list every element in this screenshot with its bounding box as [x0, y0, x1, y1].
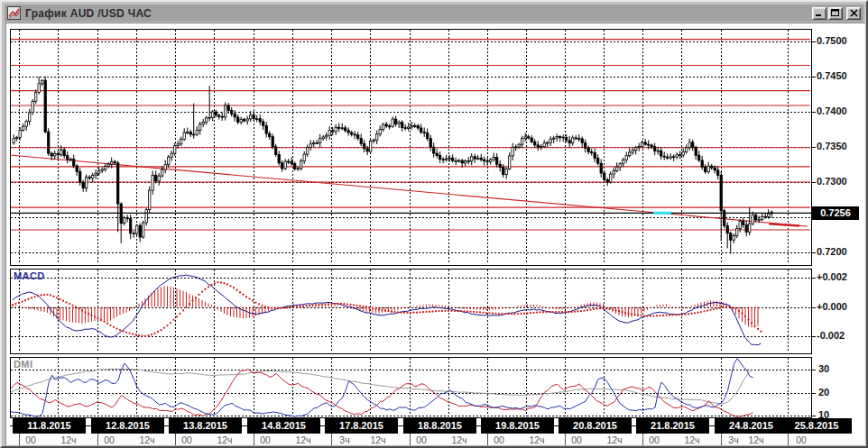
macd-signal-dot: [694, 312, 696, 314]
candlestick: [707, 161, 709, 173]
candlestick: [572, 135, 574, 145]
candlestick: [284, 159, 286, 169]
time-tick-label: 12ч: [211, 434, 238, 445]
candlestick: [543, 140, 545, 148]
candlestick: [189, 130, 191, 137]
candlestick: [180, 137, 182, 146]
candlestick: [682, 149, 684, 158]
macd-signal-dot: [435, 310, 437, 312]
macd-signal-dot: [741, 312, 743, 314]
macd-signal-dot: [226, 283, 228, 285]
macd-axis-label: +0.000: [817, 301, 847, 313]
candlestick: [133, 231, 134, 238]
candlestick: [136, 224, 138, 235]
macd-signal-dot: [501, 313, 503, 315]
time-tick-label: 00: [485, 434, 512, 445]
candlestick: [420, 123, 422, 133]
macd-signal-dot: [62, 300, 64, 302]
macd-signal-dot: [558, 311, 559, 313]
app-window: График AUD /USD ЧАС MACD DMI 0.7256 0.75…: [0, 0, 868, 448]
candlestick: [429, 135, 431, 151]
macd-signal-dot: [469, 311, 471, 313]
macd-signal-dot: [163, 327, 165, 329]
candlestick: [606, 178, 608, 186]
candlestick: [48, 128, 50, 156]
candlestick: [231, 107, 233, 116]
candlestick: [117, 161, 119, 233]
macd-signal-dot: [280, 307, 282, 309]
macd-signal-dot: [258, 303, 260, 305]
candlestick: [300, 159, 302, 171]
candlestick: [212, 110, 214, 121]
macd-signal-dot: [412, 312, 414, 314]
macd-signal-dot: [176, 315, 178, 317]
candlestick: [13, 134, 14, 144]
macd-signal-dot: [324, 303, 326, 305]
candlestick: [124, 215, 125, 225]
macd-signal-dot: [208, 286, 209, 288]
macd-signal-dot: [109, 325, 111, 326]
macd-signal-dot: [334, 303, 336, 305]
macd-signal-dot: [46, 294, 48, 296]
time-tick-label: 12ч: [446, 434, 473, 445]
macd-signal-dot: [662, 315, 664, 316]
macd-signal-dot: [122, 330, 124, 332]
macd-signal-dot: [688, 313, 689, 315]
macd-signal-dot: [69, 303, 70, 305]
candlestick: [389, 123, 391, 129]
candlestick: [275, 144, 277, 157]
candlestick: [183, 128, 185, 141]
macd-signal-dot: [551, 311, 553, 313]
candlestick: [477, 155, 479, 160]
time-tick-label: 12ч: [679, 434, 706, 445]
macd-signal-dot: [372, 307, 374, 309]
candlestick: [360, 134, 362, 147]
macd-signal-dot: [305, 305, 307, 306]
price-axis-label: 0.7500: [817, 35, 847, 47]
macd-signal-dot: [328, 303, 329, 305]
macd-signal-dot: [479, 311, 481, 313]
macd-signal-dot: [523, 313, 525, 315]
candlestick: [701, 156, 703, 170]
macd-signal-dot: [757, 328, 759, 330]
candlestick: [688, 139, 690, 151]
time-tick-label: 00: [408, 434, 435, 445]
macd-signal-dot: [457, 310, 458, 312]
candlestick: [303, 151, 305, 164]
dmi-axis-label: 30: [818, 363, 829, 375]
candlestick: [244, 118, 245, 123]
macd-signal-dot: [12, 304, 14, 306]
macd-signal-dot: [153, 333, 155, 334]
macd-signal-dot: [299, 306, 300, 307]
macd-signal-dot: [365, 306, 367, 307]
date-label: 24.8.2015: [715, 418, 788, 434]
macd-signal-dot: [614, 309, 616, 311]
candlestick: [423, 127, 425, 137]
macd-signal-dot: [589, 309, 591, 311]
candlestick: [458, 159, 460, 162]
macd-signal-dot: [744, 315, 746, 317]
date-label: 19.8.2015: [481, 418, 554, 434]
macd-signal-dot: [309, 305, 310, 306]
plus-di-line: [11, 359, 753, 416]
macd-signal-dot: [217, 281, 218, 283]
candlestick: [644, 139, 646, 146]
macd-signal-dot: [125, 332, 127, 334]
candlestick: [38, 77, 40, 95]
macd-signal-dot: [675, 314, 677, 315]
adx-line: [11, 369, 753, 404]
macd-signal-dot: [492, 313, 494, 315]
macd-signal-dot: [229, 285, 231, 287]
macd-signal-dot: [709, 309, 711, 311]
candlestick: [717, 166, 719, 179]
time-tick-label: 00: [173, 434, 200, 445]
macd-signal-dot: [608, 308, 610, 310]
macd-signal-dot: [633, 314, 635, 315]
macd-signal-dot: [485, 312, 487, 314]
macd-signal-dot: [466, 310, 468, 312]
candlestick: [139, 224, 141, 242]
macd-signal-dot: [577, 310, 578, 312]
candlestick: [376, 131, 378, 144]
macd-signal-dot: [751, 322, 753, 324]
candlestick: [556, 133, 558, 142]
